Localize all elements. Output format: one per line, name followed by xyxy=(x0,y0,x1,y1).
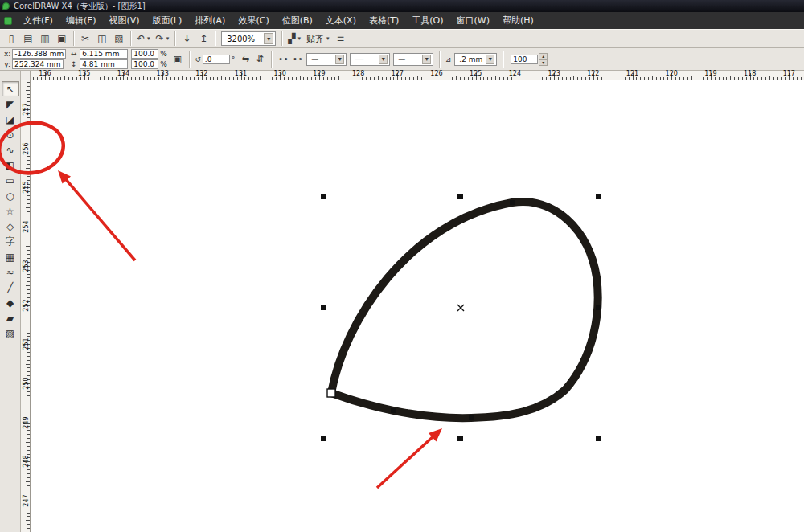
selection-handle[interactable] xyxy=(596,305,601,310)
menu-bar: 文件(F)编辑(E)视图(V)版面(L)排列(A)效果(C)位图(B)文本(X)… xyxy=(0,12,804,29)
ruler-tick xyxy=(260,76,261,80)
spinner-input[interactable]: 100 xyxy=(511,55,538,64)
chevron-down-icon[interactable]: ▾ xyxy=(297,35,301,42)
eyedropper-tool[interactable]: ╱ xyxy=(2,280,19,295)
ruler-tick xyxy=(27,336,30,337)
menu-item-window[interactable]: 窗口(W) xyxy=(450,12,496,29)
object-height-input[interactable]: 4.81 mm xyxy=(80,59,128,69)
teardrop-curve-object[interactable] xyxy=(331,202,598,418)
menu-item-text[interactable]: 文本(X) xyxy=(319,12,363,29)
fill-tool[interactable]: ▰ xyxy=(2,310,19,325)
undo-button[interactable]: ↶▾ xyxy=(134,31,153,47)
menu-item-help[interactable]: 帮助(H) xyxy=(496,12,540,29)
curve-node[interactable] xyxy=(391,408,396,413)
outline-width-select[interactable]: .2 mm ▾ xyxy=(454,53,497,66)
menu-item-file[interactable]: 文件(F) xyxy=(17,12,59,29)
import-button[interactable]: ↧ xyxy=(178,31,195,47)
outline-tool[interactable]: ◆ xyxy=(2,295,19,310)
ruler-tick xyxy=(296,77,297,80)
menu-item-edit[interactable]: 编辑(E) xyxy=(59,12,103,29)
ruler-tick xyxy=(581,77,582,80)
export-button[interactable]: ↥ xyxy=(195,31,211,47)
selection-handle[interactable] xyxy=(457,194,463,199)
lock-ratio-button[interactable]: ▣ xyxy=(170,52,185,67)
freehand-tool[interactable]: ∿ xyxy=(2,142,19,158)
ruler-tick xyxy=(27,235,30,235)
ruler-tick xyxy=(26,207,30,208)
selection-handle[interactable] xyxy=(596,194,601,199)
menu-item-bitmaps[interactable]: 位图(B) xyxy=(276,12,319,29)
smart-fill-tool[interactable]: ◧ xyxy=(2,158,19,173)
menu-item-view[interactable]: 视图(V) xyxy=(102,12,146,29)
snap-to-button[interactable]: 贴齐▾ xyxy=(304,31,332,47)
y-position-input[interactable]: 252.324 mm xyxy=(12,59,64,69)
selection-handle[interactable] xyxy=(596,436,601,441)
arrowhead-start-select[interactable]: — ▾ xyxy=(306,53,347,66)
curve-node[interactable] xyxy=(469,415,474,420)
document-window-icon[interactable] xyxy=(4,17,12,25)
arrowhead-end-select[interactable]: — ▾ xyxy=(393,53,433,66)
object-height-icon: ↕ xyxy=(69,60,78,68)
object-size-group: ↔ 6.115 mm ↕ 4.81 mm xyxy=(69,49,128,69)
selection-handle[interactable] xyxy=(321,436,326,441)
mirror-vertical-button[interactable]: ⇵ xyxy=(252,52,267,67)
value-spinner[interactable]: 100 ▴ ▾ xyxy=(511,53,548,66)
rectangle-tool[interactable]: ▭ xyxy=(2,173,19,188)
outline-style-select[interactable]: ── ▾ xyxy=(350,53,390,66)
curve-edit-button-2[interactable]: ⊷ xyxy=(290,52,305,67)
curve-start-node[interactable] xyxy=(327,389,335,397)
spinner-up-icon[interactable]: ▴ xyxy=(539,53,548,59)
chevron-down-icon[interactable]: ▾ xyxy=(326,35,330,42)
crop-tool[interactable]: ◪ xyxy=(2,112,19,127)
drawing-canvas[interactable] xyxy=(31,80,804,532)
save-button[interactable]: ▥ xyxy=(37,31,53,47)
curve-node[interactable] xyxy=(510,200,515,205)
basic-shapes-tool[interactable]: ◇ xyxy=(2,219,19,234)
menu-item-layout[interactable]: 版面(L) xyxy=(146,12,189,29)
application-launcher-button[interactable]: ▞▾ xyxy=(285,31,303,47)
redo-button[interactable]: ↷▾ xyxy=(154,31,172,47)
new-document-button[interactable]: ▯ xyxy=(3,31,19,47)
chevron-down-icon[interactable]: ▾ xyxy=(166,35,170,42)
chevron-down-icon[interactable]: ▾ xyxy=(264,33,273,44)
menu-item-arrange[interactable]: 排列(A) xyxy=(188,12,232,29)
menu-item-table[interactable]: 表格(T) xyxy=(363,12,405,29)
text-tool[interactable]: 字 xyxy=(2,234,19,249)
menu-item-tools[interactable]: 工具(O) xyxy=(405,12,449,29)
selection-handle[interactable] xyxy=(457,436,463,441)
open-button[interactable]: ▤ xyxy=(20,31,36,47)
zoom-tool[interactable]: ⊙ xyxy=(2,127,19,142)
copy-button[interactable]: ◫ xyxy=(94,31,110,47)
print-button[interactable]: ▣ xyxy=(54,31,70,47)
shape-tool[interactable]: ◤ xyxy=(2,96,19,112)
object-width-input[interactable]: 6.115 mm xyxy=(80,49,128,59)
paste-button[interactable]: ▧ xyxy=(111,31,127,47)
menu-item-effects[interactable]: 效果(C) xyxy=(232,12,275,29)
chevron-down-icon[interactable]: ▾ xyxy=(147,35,150,42)
spinner-down-icon[interactable]: ▾ xyxy=(539,59,548,66)
selection-center-mark[interactable] xyxy=(457,305,464,311)
selection-handle[interactable] xyxy=(321,305,326,310)
ruler-tick xyxy=(120,77,121,80)
rotation-angle-input[interactable]: .0 xyxy=(203,55,230,64)
curve-edit-button-1[interactable]: ⊶ xyxy=(276,52,290,67)
cut-button[interactable]: ✂ xyxy=(77,31,93,47)
ruler-tick xyxy=(441,77,441,80)
vertical-ruler[interactable]: 257256255254253252251250249248247246 xyxy=(21,80,31,532)
mirror-horizontal-button[interactable]: ⇋ xyxy=(238,52,252,67)
percent-label: % xyxy=(160,50,167,58)
ruler-origin-corner[interactable] xyxy=(21,71,31,80)
options-button[interactable]: ≡ xyxy=(332,31,348,47)
zoom-level-combo[interactable]: 3200%▾ xyxy=(221,31,276,46)
interactive-fill-tool[interactable]: ▨ xyxy=(2,325,19,341)
ellipse-tool[interactable]: ○ xyxy=(2,188,19,203)
scale-v-input[interactable]: 100.0 xyxy=(131,59,158,69)
pick-tool[interactable]: ↖ xyxy=(2,81,19,96)
table-tool[interactable]: ▦ xyxy=(2,249,19,264)
blend-tool[interactable]: ≈ xyxy=(2,264,19,280)
x-position-input[interactable]: -126.388 mm xyxy=(12,49,66,59)
polygon-tool[interactable]: ☆ xyxy=(2,203,19,219)
horizontal-ruler[interactable]: 1361351341331321311301291281271261251241… xyxy=(31,71,804,80)
selection-handle[interactable] xyxy=(321,194,326,199)
scale-h-input[interactable]: 100.0 xyxy=(131,49,158,59)
